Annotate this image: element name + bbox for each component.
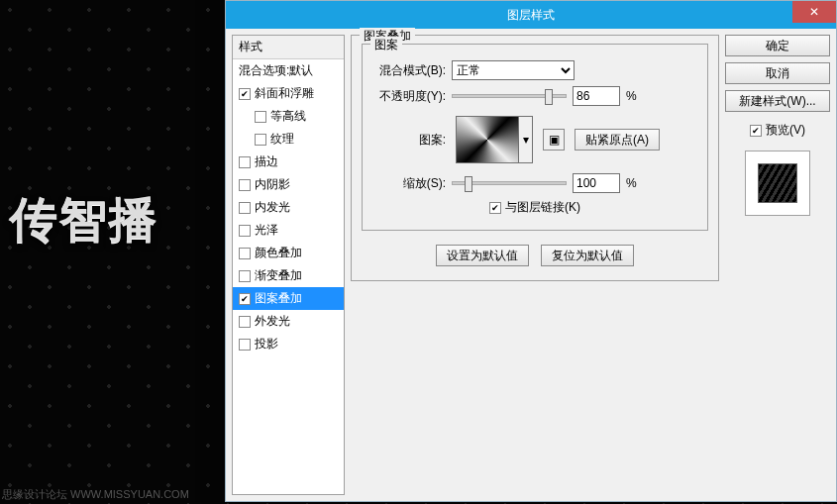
style-item-label: 颜色叠加 [255, 245, 302, 261]
pattern-overlay-group: 图案叠加 图案 混合模式(B): 正常 不透明度(Y): 86 % [351, 35, 719, 281]
set-default-button[interactable]: 设置为默认值 [436, 245, 529, 266]
artwork-text: 传智播 [10, 188, 158, 252]
preview-label: 预览(V) [766, 122, 805, 139]
style-item[interactable]: 内阴影 [233, 173, 344, 196]
cancel-button[interactable]: 取消 [725, 62, 830, 84]
style-checkbox[interactable]: ✔ [239, 88, 251, 100]
percent-label-2: % [626, 176, 637, 190]
styles-column: 样式 混合选项:默认✔斜面和浮雕等高线纹理描边内阴影内发光光泽颜色叠加渐变叠加✔… [232, 35, 345, 495]
ok-button[interactable]: 确定 [725, 35, 830, 56]
dialog-title: 图层样式 [507, 7, 555, 24]
style-item-label: 纹理 [270, 131, 294, 148]
style-item[interactable]: 颜色叠加 [233, 242, 344, 264]
opacity-input[interactable]: 86 [573, 86, 620, 106]
style-item[interactable]: ✔图案叠加 [233, 287, 344, 310]
blend-mode-select[interactable]: 正常 [452, 60, 575, 80]
style-item-label: 斜面和浮雕 [255, 85, 314, 102]
new-style-button[interactable]: 新建样式(W)... [725, 90, 830, 112]
close-icon: ✕ [809, 5, 819, 19]
style-item[interactable]: ✔斜面和浮雕 [233, 82, 344, 105]
pattern-dropdown[interactable]: ▾ [519, 116, 533, 163]
preview-box [745, 151, 810, 216]
style-item-label: 内阴影 [255, 176, 290, 193]
preview-thumbnail [758, 163, 797, 203]
style-item[interactable]: 投影 [233, 333, 344, 355]
titlebar[interactable]: 图层样式 ✕ [226, 1, 836, 29]
style-checkbox[interactable] [239, 156, 251, 168]
style-item-label: 图案叠加 [255, 290, 302, 307]
style-item-label: 等高线 [270, 108, 306, 125]
style-item[interactable]: 外发光 [233, 310, 344, 333]
style-item[interactable]: 内发光 [233, 196, 344, 219]
link-layer-label: 与图层链接(K) [505, 199, 580, 216]
style-item[interactable]: 纹理 [233, 128, 344, 151]
style-checkbox[interactable]: ✔ [239, 293, 251, 305]
style-item[interactable]: 光泽 [233, 219, 344, 242]
blend-mode-label: 混合模式(B): [372, 62, 446, 79]
scale-input[interactable]: 100 [573, 173, 620, 193]
style-checkbox[interactable] [255, 111, 266, 123]
layer-style-dialog: 图层样式 ✕ 样式 混合选项:默认✔斜面和浮雕等高线纹理描边内阴影内发光光泽颜色… [225, 0, 837, 502]
style-item-label: 光泽 [255, 222, 278, 239]
style-item-label: 内发光 [255, 199, 290, 216]
styles-header: 样式 [233, 36, 344, 59]
style-checkbox[interactable] [239, 316, 251, 328]
inner-group-title: 图案 [370, 37, 402, 53]
pattern-label: 图案: [372, 132, 446, 149]
scale-slider[interactable] [452, 181, 567, 185]
style-checkbox[interactable] [239, 179, 251, 191]
scale-label: 缩放(S): [372, 175, 446, 192]
style-item-label: 投影 [255, 336, 278, 353]
style-item[interactable]: 混合选项:默认 [233, 59, 344, 82]
pattern-inner-group: 图案 混合模式(B): 正常 不透明度(Y): 86 % [362, 44, 708, 231]
action-column: 确定 取消 新建样式(W)... ✔ 预览(V) [725, 35, 830, 495]
style-checkbox[interactable] [239, 248, 251, 259]
close-button[interactable]: ✕ [792, 1, 836, 23]
snap-origin-button[interactable]: 贴紧原点(A) [575, 129, 660, 151]
style-item-label: 外发光 [255, 313, 290, 330]
pattern-swatch[interactable] [456, 116, 519, 163]
document-icon: ▣ [549, 133, 560, 147]
percent-label: % [626, 89, 637, 103]
watermark: 思缘设计论坛 WWW.MISSYUAN.COM [2, 487, 189, 502]
style-item[interactable]: 描边 [233, 151, 344, 173]
style-checkbox[interactable] [239, 339, 251, 351]
reset-default-button[interactable]: 复位为默认值 [541, 245, 634, 266]
chevron-down-icon: ▾ [523, 133, 529, 147]
style-item-label: 混合选项:默认 [239, 62, 313, 79]
styles-list: 样式 混合选项:默认✔斜面和浮雕等高线纹理描边内阴影内发光光泽颜色叠加渐变叠加✔… [232, 35, 345, 495]
style-checkbox[interactable] [255, 134, 266, 146]
style-checkbox[interactable] [239, 202, 251, 214]
style-checkbox[interactable] [239, 270, 251, 282]
new-pattern-button[interactable]: ▣ [543, 129, 565, 151]
settings-column: 图案叠加 图案 混合模式(B): 正常 不透明度(Y): 86 % [351, 35, 719, 495]
opacity-slider[interactable] [452, 94, 567, 98]
style-checkbox[interactable] [239, 225, 251, 237]
style-item-label: 渐变叠加 [255, 267, 302, 284]
style-item[interactable]: 等高线 [233, 105, 344, 128]
style-item[interactable]: 渐变叠加 [233, 264, 344, 287]
link-layer-checkbox[interactable]: ✔ [489, 202, 501, 214]
preview-checkbox[interactable]: ✔ [750, 125, 762, 137]
opacity-label: 不透明度(Y): [372, 88, 446, 105]
style-item-label: 描边 [255, 153, 278, 170]
